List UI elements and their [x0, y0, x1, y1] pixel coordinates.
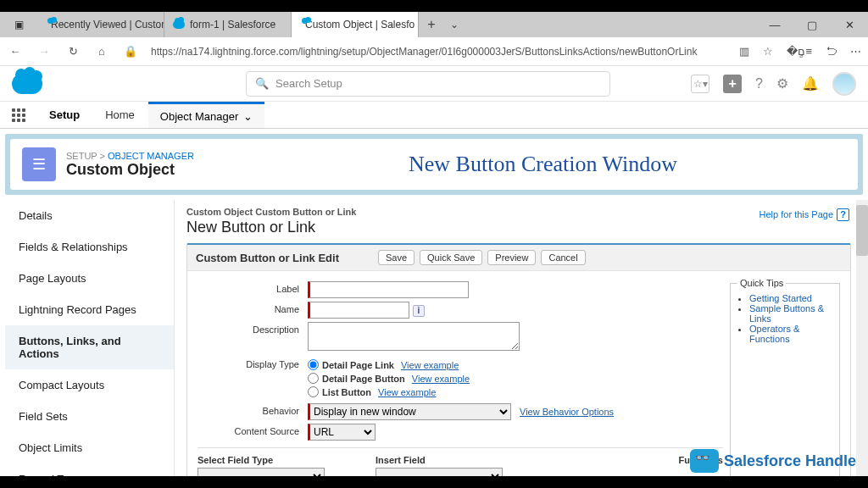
- lock-icon[interactable]: 🔒: [122, 45, 139, 58]
- name-input[interactable]: [308, 302, 409, 319]
- content-source-select[interactable]: URL: [308, 424, 376, 441]
- view-example-link[interactable]: View example: [412, 374, 470, 384]
- gear-icon[interactable]: ⚙: [776, 75, 788, 92]
- behavior-select[interactable]: Display in new window: [308, 403, 511, 420]
- nav-om-label: Object Manager: [160, 110, 239, 123]
- search-placeholder: Search Setup: [275, 77, 342, 90]
- tab-label: form-1 | Salesforce: [190, 19, 275, 30]
- view-example-link[interactable]: View example: [378, 387, 436, 397]
- address-bar: ← → ↻ ⌂ 🔒 https://na174.lightning.force.…: [0, 37, 868, 66]
- sidebar-item-buttons-links-actions[interactable]: Buttons, Links, and Actions: [5, 325, 174, 369]
- field-type-select[interactable]: [198, 468, 325, 476]
- forward-icon[interactable]: →: [36, 45, 53, 58]
- insert-field-select[interactable]: [376, 468, 503, 476]
- label-input[interactable]: [308, 281, 469, 298]
- refresh-icon[interactable]: ↻: [64, 45, 81, 58]
- setup-label: Setup: [37, 102, 92, 128]
- tab-form1[interactable]: form-1 | Salesforce: [164, 12, 292, 37]
- tip-sample-buttons[interactable]: Sample Buttons & Links: [749, 303, 824, 324]
- quick-tips-legend: Quick Tips: [737, 278, 786, 288]
- sidebar-item-fields[interactable]: Fields & Relationships: [5, 231, 174, 263]
- minimize-button[interactable]: —: [756, 12, 793, 37]
- scrollbar[interactable]: [856, 200, 868, 476]
- home-icon[interactable]: ⌂: [93, 45, 110, 58]
- tab-overview-icon[interactable]: ▣: [0, 12, 37, 37]
- annotation-overlay: New Button Creation Window: [409, 152, 677, 177]
- breadcrumb: SETUP > OBJECT MANAGER: [66, 151, 194, 161]
- label-display-type: Display Type: [198, 357, 308, 369]
- salesforce-logo[interactable]: [12, 74, 42, 94]
- preview-button[interactable]: Preview: [487, 250, 536, 265]
- favorite-icon[interactable]: ☆: [763, 45, 773, 58]
- browser-tabstrip: ▣ Recently Viewed | Custom O form-1 | Sa…: [0, 12, 868, 37]
- radio-detail-page-link: Detail Page LinkView example: [308, 359, 470, 370]
- tab-label: Recently Viewed | Custom O: [51, 19, 164, 30]
- share-icon[interactable]: ⮌: [826, 45, 837, 58]
- back-icon[interactable]: ←: [7, 45, 24, 58]
- tab-label: Custom Object | Salesfo: [305, 19, 415, 30]
- quick-tips: Quick Tips Getting Started Sample Button…: [730, 278, 840, 476]
- page-header: ☰ SETUP > OBJECT MANAGER Custom Object N…: [10, 139, 858, 190]
- setup-nav: Setup Home Object Manager ⌄: [0, 102, 868, 129]
- view-example-link[interactable]: View example: [401, 360, 459, 370]
- url-field[interactable]: https://na174.lightning.force.com/lightn…: [151, 46, 727, 58]
- sidebar-item-field-sets[interactable]: Field Sets: [5, 401, 174, 432]
- reading-view-icon[interactable]: ▥: [739, 45, 749, 58]
- sidebar-item-object-limits[interactable]: Object Limits: [5, 432, 174, 463]
- tab-custom-object[interactable]: Custom Object | Salesfo ×: [292, 12, 419, 37]
- layers-icon: ☰: [22, 147, 56, 181]
- select-field-type-label: Select Field Type: [198, 455, 325, 465]
- insert-field-label: Insert Field: [376, 455, 503, 465]
- label-content-source: Content Source: [198, 424, 308, 436]
- radio-detail-page-button[interactable]: Detail Page ButtonView example: [308, 373, 470, 384]
- help-link[interactable]: Help for this Page: [760, 208, 849, 221]
- tip-operators-functions[interactable]: Operators & Functions: [749, 324, 799, 344]
- sidebar-item-page-layouts[interactable]: Page Layouts: [5, 263, 174, 294]
- description-input[interactable]: [308, 322, 520, 351]
- maximize-button[interactable]: ▢: [793, 12, 831, 37]
- close-window-button[interactable]: ✕: [831, 12, 868, 37]
- search-icon: 🔍: [255, 77, 269, 90]
- breadcrumb-link[interactable]: OBJECT MANAGER: [108, 151, 194, 161]
- chevron-down-icon: ⌄: [243, 110, 253, 123]
- global-actions-button[interactable]: +: [723, 75, 742, 93]
- favorites-button[interactable]: ☆▾: [691, 75, 709, 93]
- new-tab-button[interactable]: +: [419, 12, 444, 37]
- quick-save-button[interactable]: Quick Save: [420, 250, 482, 265]
- info-icon[interactable]: i: [413, 305, 425, 317]
- notifications-icon[interactable]: 🔔: [802, 75, 819, 92]
- edit-panel: Custom Button or Link Edit Save Quick Sa…: [186, 243, 851, 476]
- search-input[interactable]: 🔍 Search Setup: [246, 71, 610, 97]
- app-launcher-icon[interactable]: [0, 102, 37, 128]
- tab-recent[interactable]: Recently Viewed | Custom O: [37, 12, 164, 37]
- functions-label: Functions: [678, 455, 723, 465]
- sidebar-item-record-types[interactable]: Record Types: [5, 463, 174, 476]
- section-heading: New Button or Link: [186, 219, 851, 236]
- label-label: Label: [198, 281, 308, 294]
- save-button[interactable]: Save: [378, 250, 415, 265]
- tip-getting-started[interactable]: Getting Started: [749, 293, 812, 303]
- salesforce-icon: [173, 20, 185, 29]
- page-title: Custom Object: [66, 161, 194, 179]
- label-behavior: Behavior: [198, 403, 308, 416]
- sidebar-item-compact-layouts[interactable]: Compact Layouts: [5, 369, 174, 401]
- sidebar-item-lightning-pages[interactable]: Lightning Record Pages: [5, 294, 174, 325]
- nav-object-manager[interactable]: Object Manager ⌄: [148, 102, 265, 128]
- help-icon[interactable]: ?: [755, 76, 763, 92]
- salesforce-header: 🔍 Search Setup ☆▾ + ? ⚙ 🔔: [0, 66, 868, 102]
- nav-home[interactable]: Home: [92, 102, 148, 128]
- sidebar-item-details[interactable]: Details: [5, 200, 174, 231]
- radio-list-button[interactable]: List ButtonView example: [308, 386, 470, 397]
- label-description: Description: [198, 322, 308, 335]
- more-icon[interactable]: ⋯: [850, 45, 861, 58]
- avatar[interactable]: [832, 72, 856, 96]
- favorites-bar-icon[interactable]: �םٍ≡: [787, 45, 812, 58]
- panel-title: Custom Button or Link Edit: [196, 252, 339, 264]
- cancel-button[interactable]: Cancel: [541, 250, 585, 265]
- behavior-options-link[interactable]: View Behavior Options: [520, 407, 614, 417]
- tabs-menu-icon[interactable]: ⌄: [444, 12, 465, 37]
- label-name: Name: [198, 302, 308, 314]
- context-label: Custom Object Custom Button or Link: [186, 207, 851, 217]
- object-sidebar: Details Fields & Relationships Page Layo…: [5, 200, 175, 476]
